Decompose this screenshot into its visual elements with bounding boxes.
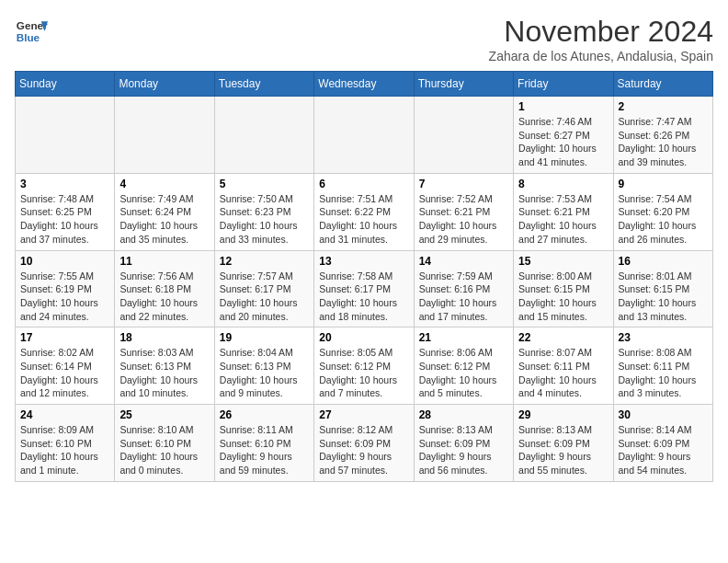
day-info: Sunrise: 8:07 AM Sunset: 6:11 PM Dayligh… (518, 346, 608, 400)
day-number: 12 (220, 255, 309, 268)
day-number: 27 (319, 408, 408, 421)
svg-text:Blue: Blue (17, 31, 40, 43)
day-info: Sunrise: 8:06 AM Sunset: 6:12 PM Dayligh… (419, 346, 508, 400)
calendar-cell: 5Sunrise: 7:50 AM Sunset: 6:23 PM Daylig… (214, 173, 313, 250)
day-info: Sunrise: 7:52 AM Sunset: 6:21 PM Dayligh… (419, 192, 508, 247)
day-info: Sunrise: 8:04 AM Sunset: 6:13 PM Dayligh… (220, 346, 309, 400)
calendar-cell: 3Sunrise: 7:48 AM Sunset: 6:25 PM Daylig… (16, 173, 115, 250)
day-info: Sunrise: 8:01 AM Sunset: 6:15 PM Dayligh… (619, 270, 708, 324)
day-number: 24 (20, 408, 109, 421)
day-number: 23 (619, 331, 708, 344)
calendar-cell: 27Sunrise: 8:12 AM Sunset: 6:09 PM Dayli… (314, 405, 414, 482)
day-number: 28 (419, 408, 508, 421)
day-info: Sunrise: 8:05 AM Sunset: 6:12 PM Dayligh… (319, 346, 408, 400)
day-number: 21 (419, 331, 508, 344)
calendar-cell: 9Sunrise: 7:54 AM Sunset: 6:20 PM Daylig… (613, 173, 712, 250)
dow-header: Saturday (613, 72, 712, 97)
calendar-cell: 30Sunrise: 8:14 AM Sunset: 6:09 PM Dayli… (613, 405, 712, 482)
calendar-cell: 8Sunrise: 7:53 AM Sunset: 6:21 PM Daylig… (514, 173, 613, 250)
day-info: Sunrise: 8:00 AM Sunset: 6:15 PM Dayligh… (518, 270, 608, 324)
dow-header: Tuesday (214, 72, 313, 97)
calendar-cell: 23Sunrise: 8:08 AM Sunset: 6:11 PM Dayli… (613, 327, 712, 405)
calendar-cell: 6Sunrise: 7:51 AM Sunset: 6:22 PM Daylig… (314, 173, 414, 250)
day-number: 3 (20, 178, 109, 190)
day-number: 7 (419, 178, 508, 190)
calendar-cell (314, 97, 414, 174)
day-number: 6 (319, 178, 408, 190)
month-title: November 2024 (489, 15, 713, 49)
title-block: November 2024 Zahara de los Atunes, Anda… (489, 15, 713, 63)
dow-header: Friday (514, 72, 613, 97)
day-info: Sunrise: 7:47 AM Sunset: 6:26 PM Dayligh… (619, 115, 708, 169)
calendar-cell (16, 97, 115, 174)
day-info: Sunrise: 7:51 AM Sunset: 6:22 PM Dayligh… (319, 192, 408, 247)
dow-header: Wednesday (314, 72, 414, 97)
day-info: Sunrise: 7:54 AM Sunset: 6:20 PM Dayligh… (619, 192, 708, 247)
day-number: 10 (20, 255, 109, 268)
calendar-cell: 10Sunrise: 7:55 AM Sunset: 6:19 PM Dayli… (16, 250, 115, 327)
day-info: Sunrise: 8:11 AM Sunset: 6:10 PM Dayligh… (220, 423, 309, 477)
calendar-cell: 19Sunrise: 8:04 AM Sunset: 6:13 PM Dayli… (214, 327, 313, 405)
calendar-cell: 12Sunrise: 7:57 AM Sunset: 6:17 PM Dayli… (214, 250, 313, 327)
day-info: Sunrise: 7:58 AM Sunset: 6:17 PM Dayligh… (319, 270, 408, 324)
calendar-cell (214, 97, 313, 174)
calendar-cell: 13Sunrise: 7:58 AM Sunset: 6:17 PM Dayli… (314, 250, 414, 327)
day-number: 17 (20, 331, 109, 344)
day-number: 18 (119, 331, 209, 344)
location-subtitle: Zahara de los Atunes, Andalusia, Spain (489, 49, 713, 63)
day-number: 20 (319, 331, 408, 344)
day-info: Sunrise: 7:53 AM Sunset: 6:21 PM Dayligh… (518, 192, 608, 247)
day-info: Sunrise: 8:03 AM Sunset: 6:13 PM Dayligh… (119, 346, 209, 400)
logo-icon: General Blue (15, 15, 48, 48)
calendar-cell: 2Sunrise: 7:47 AM Sunset: 6:26 PM Daylig… (613, 97, 712, 174)
day-info: Sunrise: 8:10 AM Sunset: 6:10 PM Dayligh… (119, 423, 209, 477)
calendar-cell: 11Sunrise: 7:56 AM Sunset: 6:18 PM Dayli… (115, 250, 214, 327)
day-number: 5 (220, 178, 309, 190)
day-info: Sunrise: 7:48 AM Sunset: 6:25 PM Dayligh… (20, 192, 109, 247)
calendar-cell: 1Sunrise: 7:46 AM Sunset: 6:27 PM Daylig… (514, 97, 613, 174)
day-number: 13 (319, 255, 408, 268)
day-number: 30 (619, 408, 708, 421)
calendar-cell: 28Sunrise: 8:13 AM Sunset: 6:09 PM Dayli… (414, 405, 513, 482)
day-number: 15 (518, 255, 608, 268)
calendar-cell (414, 97, 513, 174)
calendar-cell: 15Sunrise: 8:00 AM Sunset: 6:15 PM Dayli… (514, 250, 613, 327)
day-number: 25 (119, 408, 209, 421)
calendar-cell: 18Sunrise: 8:03 AM Sunset: 6:13 PM Dayli… (115, 327, 214, 405)
calendar-cell: 29Sunrise: 8:13 AM Sunset: 6:09 PM Dayli… (514, 405, 613, 482)
dow-header: Sunday (16, 72, 115, 97)
day-number: 29 (518, 408, 608, 421)
day-number: 1 (518, 100, 608, 113)
day-number: 26 (220, 408, 309, 421)
day-info: Sunrise: 8:13 AM Sunset: 6:09 PM Dayligh… (518, 423, 608, 477)
calendar-cell: 7Sunrise: 7:52 AM Sunset: 6:21 PM Daylig… (414, 173, 513, 250)
day-number: 22 (518, 331, 608, 344)
calendar-cell: 25Sunrise: 8:10 AM Sunset: 6:10 PM Dayli… (115, 405, 214, 482)
page-header: General Blue November 2024 Zahara de los… (15, 15, 713, 63)
day-info: Sunrise: 7:46 AM Sunset: 6:27 PM Dayligh… (518, 115, 608, 169)
day-info: Sunrise: 7:50 AM Sunset: 6:23 PM Dayligh… (220, 192, 309, 247)
calendar-cell (115, 97, 214, 174)
day-info: Sunrise: 7:57 AM Sunset: 6:17 PM Dayligh… (220, 270, 309, 324)
calendar-cell: 26Sunrise: 8:11 AM Sunset: 6:10 PM Dayli… (214, 405, 313, 482)
day-number: 19 (220, 331, 309, 344)
logo: General Blue (15, 15, 48, 48)
day-number: 4 (119, 178, 209, 190)
calendar-cell: 21Sunrise: 8:06 AM Sunset: 6:12 PM Dayli… (414, 327, 513, 405)
day-info: Sunrise: 8:12 AM Sunset: 6:09 PM Dayligh… (319, 423, 408, 477)
day-info: Sunrise: 7:56 AM Sunset: 6:18 PM Dayligh… (119, 270, 209, 324)
day-number: 2 (619, 100, 708, 113)
calendar-cell: 22Sunrise: 8:07 AM Sunset: 6:11 PM Dayli… (514, 327, 613, 405)
dow-header: Monday (115, 72, 214, 97)
calendar-cell: 4Sunrise: 7:49 AM Sunset: 6:24 PM Daylig… (115, 173, 214, 250)
day-info: Sunrise: 7:59 AM Sunset: 6:16 PM Dayligh… (419, 270, 508, 324)
day-info: Sunrise: 7:55 AM Sunset: 6:19 PM Dayligh… (20, 270, 109, 324)
day-number: 11 (119, 255, 209, 268)
day-info: Sunrise: 8:09 AM Sunset: 6:10 PM Dayligh… (20, 423, 109, 477)
calendar-cell: 24Sunrise: 8:09 AM Sunset: 6:10 PM Dayli… (16, 405, 115, 482)
day-number: 9 (619, 178, 708, 190)
day-info: Sunrise: 8:14 AM Sunset: 6:09 PM Dayligh… (619, 423, 708, 477)
day-info: Sunrise: 8:02 AM Sunset: 6:14 PM Dayligh… (20, 346, 109, 400)
dow-header: Thursday (414, 72, 513, 97)
calendar-cell: 20Sunrise: 8:05 AM Sunset: 6:12 PM Dayli… (314, 327, 414, 405)
